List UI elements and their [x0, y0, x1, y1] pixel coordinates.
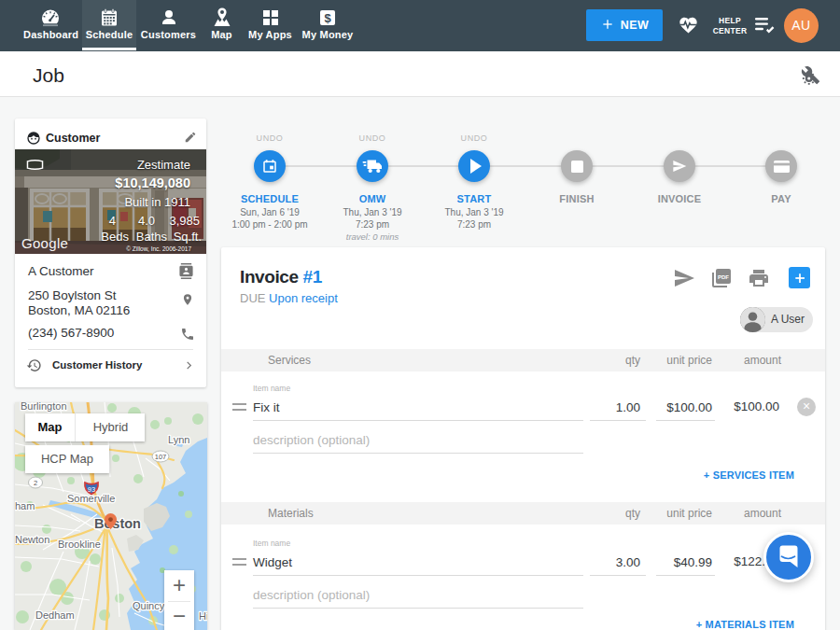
svg-text:Hi: Hi — [199, 610, 207, 622]
svg-text:Brookline: Brookline — [58, 539, 101, 550]
svg-text:107: 107 — [155, 453, 167, 461]
svg-text:Lynn: Lynn — [168, 434, 189, 445]
svg-text:Boston: Boston — [94, 516, 141, 531]
svg-text:Burlington: Burlington — [21, 402, 67, 412]
svg-text:$: $ — [324, 11, 331, 25]
svg-text:2: 2 — [34, 479, 37, 487]
svg-text:Dedham: Dedham — [35, 609, 75, 621]
svg-text:PDF: PDF — [718, 274, 729, 280]
svg-text:93: 93 — [88, 485, 95, 494]
svg-text:Newton: Newton — [15, 534, 49, 545]
svg-text:Quincy: Quincy — [133, 600, 165, 611]
svg-text:ham: ham — [15, 500, 35, 511]
